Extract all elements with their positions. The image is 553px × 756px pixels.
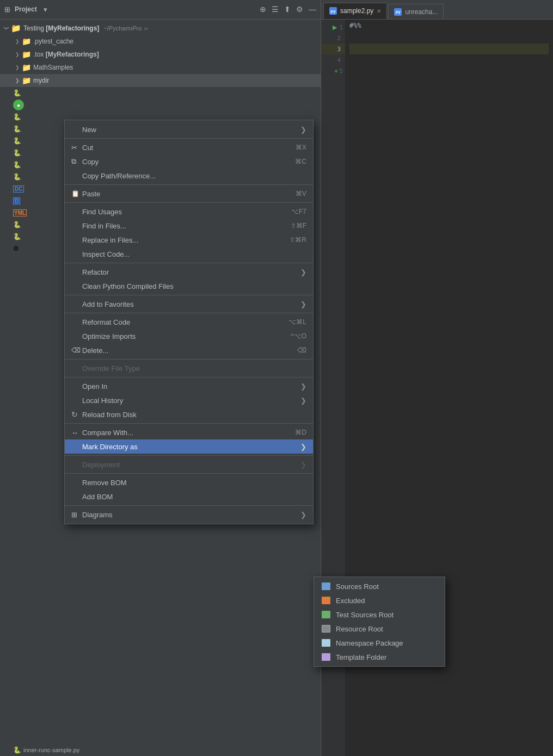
- menu-item-find-usages[interactable]: Find Usages ⌥F7: [65, 205, 313, 219]
- menu-label-clean-python: Clean Python Compiled Files: [82, 282, 306, 290]
- menu-item-paste[interactable]: 📋 Paste ⌘V: [65, 187, 313, 201]
- line-number-2: 2: [337, 35, 341, 42]
- menu-icon-reload: ↻: [71, 410, 82, 419]
- menu-item-compare-with[interactable]: ↔ Compare With... ⌘D: [65, 425, 313, 439]
- menu-label-deployment: Deployment: [82, 461, 300, 469]
- tab-py-icon: py: [329, 7, 337, 15]
- menu-item-add-favorites[interactable]: Add to Favorites ❯: [65, 297, 313, 311]
- menu-item-override-file-type: Override File Type: [65, 361, 313, 375]
- tree-item-file1[interactable]: 🐍: [0, 87, 321, 99]
- menu-shortcut-find-in-files: ⇧⌘F: [291, 222, 306, 230]
- code-line-3: [349, 44, 549, 54]
- menu-label-paste: Paste: [82, 190, 296, 198]
- menu-item-new[interactable]: New ❯: [65, 122, 313, 137]
- tree-item-tox[interactable]: ❯ 📁 .tox [MyRefactorings]: [0, 48, 321, 61]
- add-icon[interactable]: +: [334, 67, 339, 75]
- menu-item-deployment: Deployment ❯: [65, 457, 313, 472]
- line-num-5: + 5: [321, 65, 345, 76]
- submenu-item-excluded[interactable]: Excluded: [314, 593, 445, 608]
- menu-label-find-in-files: Find in Files...: [82, 222, 291, 230]
- menu-label-open-in: Open In: [82, 382, 300, 391]
- context-menu: New ❯ ✂ Cut ⌘X ⧉ Copy ⌘C Copy Path/Refer…: [64, 120, 314, 524]
- code-line-4: [349, 54, 549, 65]
- menu-item-diagrams[interactable]: ⊞ Diagrams ❯: [65, 507, 313, 522]
- align-top-icon[interactable]: ⬆: [284, 5, 291, 14]
- menu-separator-12: [65, 505, 313, 506]
- tab-sample2py[interactable]: py sample2.py ✕: [323, 3, 387, 19]
- menu-item-replace-in-files[interactable]: Replace in Files... ⇧⌘R: [65, 233, 313, 247]
- menu-item-clean-python[interactable]: Clean Python Compiled Files: [65, 279, 313, 293]
- line-num-1: ▶ 1: [321, 22, 345, 33]
- file-icon-9: 🐍: [13, 221, 21, 228]
- folder-icon-pytest: 📁: [22, 37, 31, 46]
- menu-item-delete[interactable]: ⌫ Delete... ⌫: [65, 343, 313, 357]
- menu-arrow-local-history: ❯: [300, 396, 306, 405]
- menu-icon-compare: ↔: [71, 429, 82, 437]
- menu-item-add-bom[interactable]: Add BOM: [65, 489, 313, 504]
- tree-label-testing: Testing [MyRefactorings]: [23, 24, 99, 32]
- menu-item-local-history[interactable]: Local History ❯: [65, 393, 313, 407]
- menu-item-mark-directory[interactable]: Mark Directory as ❯: [65, 439, 313, 454]
- line-num-2: 2: [321, 33, 345, 44]
- submenu-label-template-folder: Template Folder: [336, 653, 386, 661]
- submenu-item-resource-root[interactable]: Resource Root: [314, 622, 445, 636]
- dc-label: DC: [13, 185, 24, 193]
- menu-label-refactor: Refactor: [82, 268, 300, 276]
- menu-icon-delete: ⌫: [71, 346, 82, 354]
- file-icon-7: 🐍: [13, 161, 21, 169]
- menu-separator-5: [65, 295, 313, 295]
- tree-item-mydir[interactable]: ❯ 📁 mydir: [0, 74, 321, 87]
- chevron-right-icon: ❯: [15, 39, 20, 44]
- menu-item-reload-from-disk[interactable]: ↻ Reload from Disk: [65, 407, 313, 422]
- menu-item-cut[interactable]: ✂ Cut ⌘X: [65, 140, 313, 154]
- submenu-item-sources-root[interactable]: Sources Root: [314, 579, 445, 593]
- target-icon[interactable]: ⊕: [260, 5, 266, 14]
- menu-item-optimize-imports[interactable]: Optimize Imports ^⌥O: [65, 329, 313, 343]
- tree-item-inner-runc[interactable]: 🐍 inner-runc-sample.py: [0, 744, 321, 756]
- tree-label-math: MathSamples: [33, 64, 73, 71]
- file-icon-6: 🐍: [13, 149, 21, 157]
- tree-label-mydir: mydir: [33, 77, 49, 84]
- menu-label-copy-path: Copy Path/Reference...: [82, 172, 306, 180]
- menu-item-reformat-code[interactable]: Reformat Code ⌥⌘L: [65, 315, 313, 329]
- menu-item-inspect-code[interactable]: Inspect Code...: [65, 247, 313, 261]
- menu-icon-paste: 📋: [71, 190, 82, 197]
- menu-icon-diagrams: ⊞: [71, 511, 82, 519]
- tree-item-file2[interactable]: ●: [0, 99, 321, 111]
- chevron-right-icon2: ❯: [15, 52, 20, 57]
- dropdown-icon[interactable]: ▾: [44, 5, 47, 14]
- tab-unreachable[interactable]: py unreacha...: [388, 4, 444, 19]
- line-number-3: 3: [337, 46, 341, 53]
- menu-label-add-favorites: Add to Favorites: [82, 300, 300, 308]
- gear-icon[interactable]: ⚙: [296, 5, 303, 14]
- minus-icon[interactable]: —: [309, 5, 316, 14]
- d-label: D: [13, 197, 20, 205]
- tree-item-pytest-cache[interactable]: ❯ 📁 .pytest_cache: [0, 35, 321, 48]
- menu-item-copy-path[interactable]: Copy Path/Reference...: [65, 169, 313, 183]
- align-center-icon[interactable]: ☰: [272, 5, 279, 14]
- tree-item-testing[interactable]: ❯ 📁 Testing [MyRefactorings] ~/PycharmPr…: [0, 22, 321, 35]
- submenu-label-namespace-package: Namespace Package: [336, 639, 403, 647]
- subfolder-icon-gray: [322, 625, 330, 633]
- menu-item-refactor[interactable]: Refactor ❯: [65, 265, 313, 279]
- submenu-item-test-sources[interactable]: Test Sources Root: [314, 608, 445, 622]
- menu-arrow-new: ❯: [300, 126, 306, 134]
- file-icon-3: 🐍: [13, 113, 21, 121]
- menu-item-find-in-files[interactable]: Find in Files... ⇧⌘F: [65, 219, 313, 233]
- run-icon[interactable]: ▶: [333, 24, 337, 31]
- menu-shortcut-optimize: ^⌥O: [291, 332, 306, 340]
- menu-shortcut-find-usages: ⌥F7: [291, 208, 306, 215]
- subfolder-icon-green: [322, 611, 330, 618]
- submenu-item-namespace-package[interactable]: Namespace Package: [314, 636, 445, 650]
- menu-label-copy: Copy: [82, 158, 295, 166]
- menu-item-copy[interactable]: ⧉ Copy ⌘C: [65, 154, 313, 169]
- menu-item-open-in[interactable]: Open In ❯: [65, 379, 313, 393]
- tab-close-sample2py[interactable]: ✕: [377, 8, 381, 14]
- tree-item-mathsamples[interactable]: ❯ 📁 MathSamples: [0, 61, 321, 74]
- menu-item-remove-bom[interactable]: Remove BOM: [65, 475, 313, 489]
- green-circle-icon: ●: [13, 100, 24, 110]
- menu-separator-9: [65, 423, 313, 424]
- tree-path-ellipsis: ››: [144, 25, 148, 32]
- file-icon-8: 🐍: [13, 173, 21, 181]
- submenu-item-template-folder[interactable]: Template Folder: [314, 650, 445, 664]
